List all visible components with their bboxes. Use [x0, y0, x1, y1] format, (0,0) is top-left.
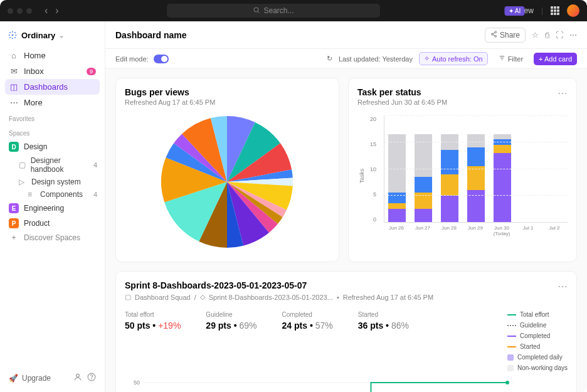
sidebar-item-home[interactable]: ⌂ Home — [5, 48, 100, 63]
inbox-badge: 9 — [87, 68, 96, 75]
expand-icon[interactable]: ⛶ — [556, 31, 563, 40]
card-tasks: Task per status Refreshed Jun 30 at 6:45… — [348, 78, 577, 262]
share-button[interactable]: Share — [485, 28, 526, 43]
search-input[interactable]: Search... — [167, 4, 380, 18]
ai-badge[interactable]: ✦ AI — [505, 6, 524, 16]
folder-icon: ▷ — [19, 177, 28, 186]
card-title: Bugs per views — [125, 87, 215, 97]
avatar[interactable] — [567, 4, 579, 17]
person-icon[interactable] — [73, 373, 82, 383]
space-badge: P — [9, 218, 19, 228]
print-icon[interactable]: ⎙ — [545, 31, 549, 40]
kebab-icon[interactable]: ⋯ — [558, 280, 568, 292]
sidebar-item-dashboards[interactable]: ◫ Dashboards — [5, 79, 100, 95]
discover-spaces[interactable]: + Discover Spaces — [5, 231, 100, 245]
metric: Total effort50 pts • +19% — [125, 311, 181, 371]
svg-point-16 — [495, 35, 497, 37]
filter-icon — [499, 55, 505, 63]
card-subtitle: Refreshed Aug 17 at 6:45 PM — [125, 98, 215, 106]
bar-chart: Tasks 20151050 Jun 26Jun 27Jun 28Jun 29J… — [357, 106, 568, 236]
folder-icon: ▢ — [125, 293, 131, 301]
nav-arrows: ‹ › — [42, 4, 61, 18]
share-icon — [490, 31, 497, 40]
last-updated: Last updated: Yesterday — [339, 55, 413, 63]
chevron-down-icon: ⌄ — [59, 32, 64, 39]
svg-point-14 — [495, 31, 497, 33]
help-icon[interactable] — [87, 373, 96, 383]
forward-icon[interactable]: › — [53, 4, 61, 18]
card-subtitle: Refreshed Jun 30 at 6:45 PM — [357, 98, 447, 106]
sidebar-item-more[interactable]: ⋯ More — [5, 95, 100, 110]
metric: Started36 pts • 86% — [358, 311, 409, 371]
star-icon[interactable]: ☆ — [532, 31, 539, 40]
space-engineering[interactable]: E Engineering — [5, 201, 100, 216]
kebab-icon[interactable]: ⋯ — [558, 87, 568, 99]
card-title: Task per status — [357, 87, 447, 97]
space-design[interactable]: D Design — [5, 139, 100, 154]
card-title: Sprint 8-Dashboards-2023-05-01-2023-05-0… — [125, 280, 433, 290]
more-icon: ⋯ — [9, 98, 19, 107]
edit-mode-toggle[interactable] — [154, 55, 169, 63]
home-icon: ⌂ — [9, 51, 19, 60]
upgrade-button[interactable]: 🚀 Upgrade — [5, 369, 100, 387]
apps-icon[interactable] — [551, 6, 559, 15]
plus-icon: + — [9, 233, 19, 242]
sidebar-item-inbox[interactable]: ✉ Inbox 9 — [5, 63, 100, 79]
sparkle-icon: ✦ — [509, 8, 514, 14]
page-title: Dashboard name — [115, 30, 187, 40]
edit-mode-label: Edit mode: — [115, 55, 149, 63]
pie-chart — [161, 116, 293, 248]
line-chart: 304050 — [125, 378, 514, 392]
refresh-icon[interactable]: ↻ — [327, 55, 332, 63]
svg-point-8 — [14, 32, 16, 33]
list-icon: ≡ — [28, 190, 36, 199]
sidebar: Ordinary ⌄ ⌂ Home ✉ Inbox 9 ◫ Dashboards… — [0, 21, 105, 392]
metric: Completed24 pts • 57% — [282, 311, 333, 371]
svg-point-7 — [9, 32, 11, 33]
svg-text:50: 50 — [134, 379, 140, 386]
favorites-label: Favorites — [5, 110, 100, 125]
rocket-icon: 🚀 — [9, 374, 18, 383]
max-dot[interactable] — [26, 8, 32, 14]
space-product[interactable]: P Product — [5, 216, 100, 231]
metric: Guideline29 pts • 69% — [206, 311, 256, 371]
kebab-icon[interactable]: ⋯ — [569, 31, 577, 40]
svg-point-11 — [77, 374, 80, 377]
inbox-icon: ✉ — [9, 66, 19, 76]
brand-icon — [8, 30, 18, 40]
filter-button[interactable]: Filter — [494, 53, 527, 65]
titlebar: ‹ › Search... ✦ AI ⊕ New | — [0, 0, 587, 21]
svg-line-18 — [493, 34, 495, 36]
min-dot[interactable] — [17, 8, 23, 14]
svg-line-1 — [258, 11, 259, 13]
space-badge: E — [9, 203, 19, 213]
close-dot[interactable] — [8, 8, 13, 14]
svg-point-3 — [12, 31, 13, 33]
breadcrumb: ▢ Dashboard Squad / ◇ Sprint 8-Dashboard… — [125, 293, 433, 301]
svg-point-5 — [9, 34, 10, 36]
svg-point-9 — [9, 37, 11, 38]
dashboard-icon: ◫ — [9, 82, 19, 92]
sprint-icon: ◇ — [200, 293, 205, 301]
window-controls — [8, 8, 32, 14]
svg-point-0 — [254, 8, 258, 12]
toolbar: Edit mode: ↻ Last updated: Yesterday ✧ A… — [105, 49, 587, 69]
space-sub-designer-handbook[interactable]: ▢ Designer handbook 4 — [5, 154, 100, 176]
svg-point-4 — [12, 38, 13, 39]
svg-line-17 — [493, 32, 495, 33]
search-placeholder: Search... — [264, 6, 294, 15]
auto-refresh-pill[interactable]: ✧ Auto refresh: On — [419, 52, 488, 65]
page-header: Dashboard name Share ☆ ⎙ ⛶ ⋯ — [105, 21, 587, 49]
space-badge: D — [9, 142, 19, 152]
space-sub-design-system[interactable]: ▷ Design system — [5, 176, 100, 188]
sparkle-icon: ✧ — [424, 55, 430, 63]
space-sub-components[interactable]: ≡ Components 4 — [5, 188, 100, 201]
workspace-switcher[interactable]: Ordinary ⌄ — [5, 26, 100, 48]
svg-point-28 — [505, 381, 509, 384]
svg-point-2 — [12, 34, 14, 36]
add-card-button[interactable]: + Add card — [534, 53, 577, 65]
back-icon[interactable]: ‹ — [42, 4, 50, 18]
svg-point-13 — [92, 379, 92, 379]
card-bugs: Bugs per views Refreshed Aug 17 at 6:45 … — [115, 78, 339, 262]
doc-icon: ▢ — [19, 161, 27, 169]
